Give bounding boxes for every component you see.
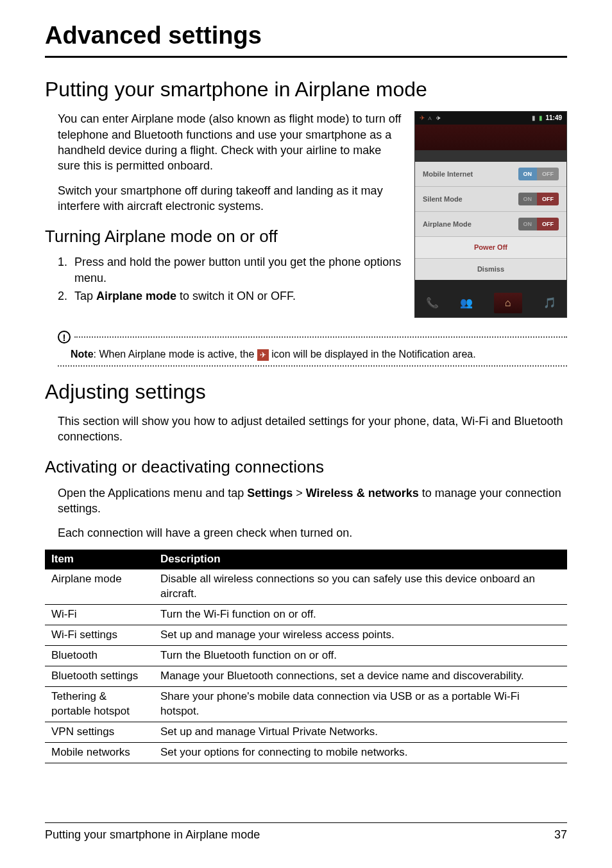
- paragraph-green-check: Each connection will have a green check …: [58, 525, 567, 541]
- footer-title: Putting your smartphone in Airplane mode: [45, 827, 260, 842]
- airplane-status-icon: ✈: [420, 114, 425, 121]
- phone-screenshot: ✈ ⟑ 🕩 ▮ ▮ 11:49 Mobile Internet ON OFF: [414, 111, 567, 318]
- airplane-mode-label: Airplane Mode: [423, 220, 472, 229]
- heading-activating-connections: Activating or deactivating connections: [45, 456, 567, 478]
- gray-band: [415, 150, 566, 162]
- table-row: Wi-Fi settingsSet up and manage your wir…: [45, 625, 567, 646]
- cell-desc: Turn the Bluetooth function on or off.: [154, 646, 567, 666]
- note-block: ! Note: When Airplane mode is active, th…: [58, 331, 567, 367]
- note-pre: : When Airplane mode is active, the: [94, 349, 257, 360]
- col-header-description: Description: [154, 550, 567, 569]
- home-icon[interactable]: ⌂: [494, 293, 522, 313]
- table-row: Airplane modeDisable all wireless connec…: [45, 569, 567, 604]
- menu-dismiss[interactable]: Dismiss: [415, 259, 566, 280]
- cell-item: Wi-Fi: [45, 605, 154, 625]
- airplane-notification-icon: ✈: [257, 349, 269, 361]
- status-time: 11:49: [545, 114, 562, 121]
- cell-desc: Set your options for connecting to mobil…: [154, 742, 567, 763]
- cell-desc: Manage your Bluetooth connections, set a…: [154, 666, 567, 687]
- cell-desc: Share your phone's mobile data connectio…: [154, 687, 567, 722]
- table-row: VPN settingsSet up and manage Virtual Pr…: [45, 722, 567, 742]
- step-2-prefix: Tap: [74, 290, 96, 302]
- p4-pre: Open the Applications menu and tap: [58, 487, 247, 499]
- cell-item: Mobile networks: [45, 742, 154, 763]
- note-label: Note: [71, 349, 94, 360]
- menu-airplane-mode[interactable]: Airplane Mode ON OFF: [415, 212, 566, 237]
- heading-adjusting-settings: Adjusting settings: [45, 378, 567, 406]
- paragraph-open-app-menu: Open the Applications menu and tap Setti…: [58, 485, 567, 517]
- dismiss-label: Dismiss: [477, 265, 504, 274]
- toggle-on: ON: [518, 218, 538, 230]
- toggle-off: OFF: [537, 218, 559, 230]
- menu-silent-mode[interactable]: Silent Mode ON OFF: [415, 187, 566, 212]
- toggle-off: OFF: [537, 193, 559, 205]
- vibrate-status-icon: 🕩: [435, 114, 441, 121]
- mobile-internet-label: Mobile Internet: [423, 169, 473, 179]
- battery-icon: ▮: [539, 114, 543, 121]
- divider-band: [415, 280, 566, 289]
- power-off-label: Power Off: [474, 243, 507, 252]
- toggle-on: ON: [518, 168, 538, 180]
- col-header-item: Item: [45, 550, 154, 569]
- wifi-status-icon: ⟑: [428, 114, 432, 121]
- menu-mobile-internet[interactable]: Mobile Internet ON OFF: [415, 162, 566, 187]
- paragraph-adjusting: This section will show you how to adjust…: [58, 413, 567, 445]
- p4-wireless-bold: Wireless & networks: [306, 487, 419, 499]
- table-row: Bluetooth settingsManage your Bluetooth …: [45, 666, 567, 687]
- mobile-internet-toggle[interactable]: ON OFF: [518, 168, 559, 180]
- p4-settings-bold: Settings: [247, 487, 293, 499]
- p4-gt: >: [293, 487, 306, 499]
- toggle-off: OFF: [537, 168, 559, 180]
- airplane-mode-toggle[interactable]: ON OFF: [518, 218, 559, 230]
- table-row: BluetoothTurn the Bluetooth function on …: [45, 646, 567, 666]
- phone-icon[interactable]: 📞: [426, 296, 439, 310]
- table-row: Tethering & portable hotspotShare your p…: [45, 687, 567, 722]
- step-2-suffix: to switch it ON or OFF.: [176, 290, 296, 302]
- music-icon[interactable]: 🎵: [543, 296, 556, 310]
- cell-item: Tethering & portable hotspot: [45, 687, 154, 722]
- silent-mode-toggle[interactable]: ON OFF: [518, 193, 559, 205]
- toggle-on: ON: [518, 193, 538, 205]
- cell-desc: Set up and manage Virtual Private Networ…: [154, 722, 567, 742]
- silent-mode-label: Silent Mode: [423, 195, 463, 204]
- cell-desc: Disable all wireless connections so you …: [154, 569, 567, 604]
- cell-desc: Set up and manage your wireless access p…: [154, 625, 567, 646]
- cell-item: Bluetooth settings: [45, 666, 154, 687]
- page-footer: Putting your smartphone in Airplane mode…: [45, 822, 567, 842]
- cell-item: Airplane mode: [45, 569, 154, 604]
- alert-icon: !: [58, 331, 71, 343]
- settings-table: Item Description Airplane modeDisable al…: [45, 550, 567, 763]
- cell-item: Wi-Fi settings: [45, 625, 154, 646]
- status-bar: ✈ ⟑ 🕩 ▮ ▮ 11:49: [415, 112, 566, 125]
- contacts-icon[interactable]: 👥: [460, 296, 473, 310]
- signal-icon: ▮: [532, 114, 536, 121]
- cell-desc: Turn the Wi-Fi function on or off.: [154, 605, 567, 625]
- table-row: Wi-FiTurn the Wi-Fi function on or off.: [45, 605, 567, 625]
- chapter-title: Advanced settings: [45, 19, 567, 58]
- dock: 📞 👥 ⌂ 🎵: [415, 289, 566, 317]
- menu-power-off[interactable]: Power Off: [415, 237, 566, 259]
- cell-item: VPN settings: [45, 722, 154, 742]
- cell-item: Bluetooth: [45, 646, 154, 666]
- step-2-bold: Airplane mode: [96, 290, 176, 302]
- note-post: icon will be displayed in the Notificati…: [269, 349, 476, 360]
- heading-airplane-mode: Putting your smartphone in Airplane mode: [45, 76, 567, 103]
- page-number: 37: [554, 827, 567, 842]
- red-band: [415, 125, 566, 150]
- table-row: Mobile networksSet your options for conn…: [45, 742, 567, 763]
